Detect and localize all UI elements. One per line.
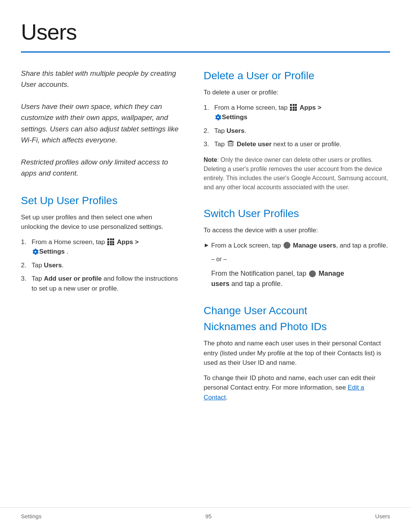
delete-steps-list: 1. From a Home screen, tap Apps > <box>204 103 390 150</box>
manage-users-label-1: Manage users <box>293 242 336 249</box>
delete-step-num-1: 1. <box>204 103 209 113</box>
switch-intro: To access the device with a user profile… <box>204 225 390 235</box>
users-label-setup: Users <box>44 262 62 269</box>
apps-icon <box>107 238 114 245</box>
add-user-label: Add user or profile <box>44 275 102 282</box>
switch-bullet-1: ► From a Lock screen, tap Manage users, … <box>204 241 390 251</box>
or-divider: – or – <box>211 255 390 264</box>
manage-label-2: Manage <box>319 270 344 277</box>
delete-heading: Delete a User or Profile <box>204 68 390 84</box>
setup-steps-list: 1. From a Home screen, tap Apps > <box>21 237 181 294</box>
svg-rect-0 <box>228 142 233 146</box>
change-desc-2: To change their ID photo and name, each … <box>204 373 390 403</box>
delete-step-1: 1. From a Home screen, tap Apps > <box>204 103 390 122</box>
delete-step-3: 3. Tap Delete user next to a user or pro… <box>204 139 390 149</box>
setup-step-3: 3. Tap Add user or profile and follow th… <box>21 274 181 293</box>
trash-icon <box>227 140 234 150</box>
delete-step-num-2: 2. <box>204 126 209 136</box>
title-rule <box>21 51 390 53</box>
footer-right: Users <box>375 512 390 521</box>
right-column: Delete a User or Profile To delete a use… <box>204 68 390 407</box>
step-num-1: 1. <box>21 237 26 247</box>
manage-icon-1 <box>284 242 290 249</box>
apps-label-delete: Apps > <box>299 104 321 111</box>
note-label: Note <box>204 157 217 163</box>
delete-step1-text: From a Home screen, tap Apps > S <box>214 104 321 121</box>
switch-bullet-2: From the Notification panel, tap Manage … <box>204 268 390 289</box>
delete-step-2: 2. Tap Users. <box>204 126 390 136</box>
bullet-arrow-1: ► <box>204 241 210 250</box>
setup-description: Set up user profiles and then select one… <box>21 212 181 232</box>
switch-heading: Switch User Profiles <box>204 206 390 222</box>
manage-icon-2 <box>309 270 316 277</box>
change-account-heading: Change User Account Nicknames and Photo … <box>204 303 390 335</box>
delete-user-label: Delete user <box>237 141 272 148</box>
intro-paragraph-3: Restricted profiles allow only limited a… <box>21 157 181 179</box>
delete-step-num-3: 3. <box>204 139 209 149</box>
page-container: Users Share this tablet with multiple pe… <box>0 0 411 438</box>
settings-icon-delete <box>215 114 221 121</box>
footer-center: 95 <box>205 512 212 521</box>
settings-icon <box>32 248 39 255</box>
setup-step-2: 2. Tap Users. <box>21 260 181 270</box>
settings-label-delete: Settings <box>222 113 247 121</box>
page-footer: Settings 95 Users <box>0 507 411 521</box>
delete-intro: To delete a user or profile: <box>204 88 390 97</box>
settings-label-setup: Settings <box>39 248 65 255</box>
delete-note: Note: Only the device owner can delete o… <box>204 155 390 192</box>
intro-paragraph-2: Users have their own space, which they c… <box>21 101 181 146</box>
users-label-switch: users <box>211 280 229 288</box>
intro-paragraph-1: Share this tablet with multiple people b… <box>21 68 181 90</box>
setup-step1-text: From a Home screen, tap Apps > S <box>32 238 139 256</box>
left-column: Share this tablet with multiple people b… <box>21 68 181 407</box>
apps-label: Apps > <box>117 238 139 246</box>
footer-left: Settings <box>21 512 41 521</box>
apps-icon-delete <box>290 104 297 111</box>
page-title: Users <box>21 15 390 48</box>
two-column-layout: Share this tablet with multiple people b… <box>21 68 390 407</box>
setup-step-1: 1. From a Home screen, tap Apps > <box>21 237 181 257</box>
step-num-3: 3. <box>21 274 26 284</box>
setup-heading: Set Up User Profiles <box>21 193 181 209</box>
step-num-2: 2. <box>21 260 26 270</box>
users-label-delete: Users <box>226 127 244 134</box>
change-desc-1: The photo and name each user uses in the… <box>204 339 390 368</box>
